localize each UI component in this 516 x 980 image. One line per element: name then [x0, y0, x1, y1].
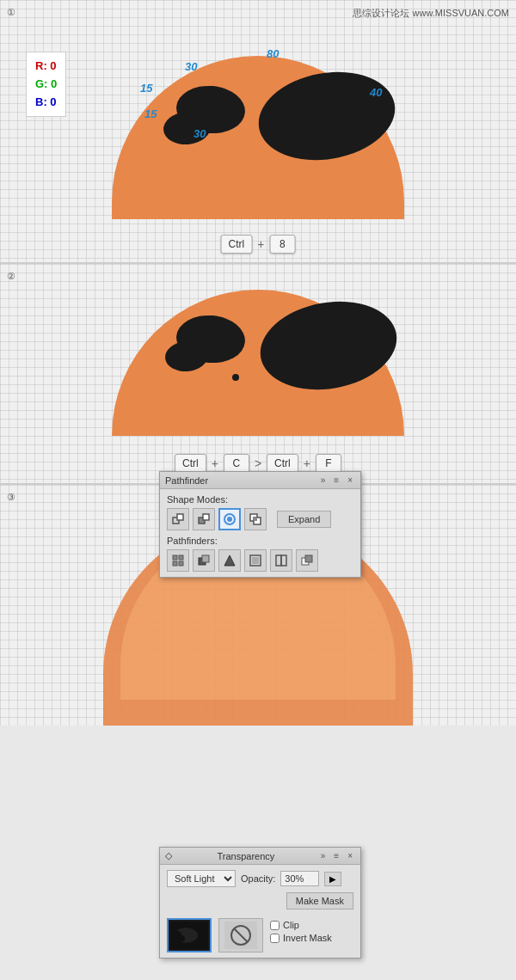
svg-rect-11 [173, 561, 177, 566]
make-mask-button[interactable]: Make Mask [286, 892, 353, 910]
pathfinder-content: Shape Modes: [160, 489, 360, 577]
pathfinders-row [167, 549, 353, 572]
svg-point-25 [173, 931, 181, 938]
pathfinder-title: Pathfinder [165, 475, 208, 486]
make-mask-row: Make Mask [167, 892, 353, 913]
shape-exclude-btn[interactable] [244, 508, 267, 530]
pathfinder-divide[interactable] [167, 549, 189, 572]
plus-sign-1: + [257, 237, 264, 251]
invert-mask-label: Invert Mask [283, 933, 332, 943]
expand-button[interactable]: Expand [277, 511, 331, 528]
shortcut-bar-2: Ctrl + C > Ctrl + F [175, 454, 341, 473]
transparency-panel: ◇ Transparency » ≡ × Soft Light Opacity:… [159, 847, 361, 959]
invert-mask-row: Invert Mask [270, 933, 332, 943]
color-info-box: R: 0 G: 0 B: 0 [26, 52, 66, 117]
arrow-sign: > [255, 456, 261, 470]
plus-sign-2: + [212, 456, 218, 470]
key-c: C [224, 454, 249, 473]
shape-subtract-btn[interactable] [193, 508, 215, 530]
panda-illustration-2 [103, 273, 413, 436]
transparency-title: Transparency [217, 851, 274, 861]
pathfinder-titlebar: Pathfinder » ≡ × [160, 472, 360, 489]
clip-row: Clip [270, 920, 332, 930]
svg-rect-17 [252, 557, 259, 564]
shape-modes-row: Expand [167, 508, 353, 530]
transparency-double-arrow[interactable]: » [318, 850, 329, 861]
pathfinder-merge[interactable] [218, 549, 241, 572]
canvas-area-1: ① R: 0 G: 0 B: 0 80 30 15 40 15 30 Ctrl [0, 0, 516, 262]
opacity-input[interactable] [280, 871, 319, 886]
measure-30: 30 [185, 60, 197, 73]
svg-point-5 [227, 517, 232, 522]
dot-small [232, 374, 239, 381]
measure-80: 80 [267, 47, 279, 60]
shape-add-btn[interactable] [167, 508, 189, 530]
mask-thumbnail[interactable] [218, 918, 263, 952]
section-number-2: ② [7, 271, 15, 282]
panda-illustration-1 [103, 39, 413, 219]
shape-intersect-btn[interactable] [218, 508, 241, 530]
key-ctrl-2: Ctrl [175, 454, 206, 473]
blend-mode-select[interactable]: Soft Light [167, 870, 236, 887]
svg-rect-21 [305, 555, 312, 562]
transparency-content: Soft Light Opacity: ▶ Make Mask [160, 865, 360, 958]
svg-rect-9 [173, 555, 177, 560]
svg-rect-18 [276, 555, 281, 566]
transparency-controls: » ≡ × [318, 850, 355, 861]
pathfinders-label: Pathfinders: [167, 536, 353, 546]
svg-rect-10 [179, 555, 183, 560]
shortcut-bar-1: Ctrl + 8 [221, 235, 296, 254]
transparency-menu[interactable]: ≡ [331, 850, 341, 861]
key-8: 8 [269, 235, 295, 254]
pathfinder-trim[interactable] [193, 549, 215, 572]
measure-15a: 15 [140, 82, 152, 95]
transparency-titlebar: ◇ Transparency » ≡ × [160, 848, 360, 865]
pathfinder-panel: Pathfinder » ≡ × Shape Modes: [159, 471, 361, 578]
key-ctrl-3: Ctrl [267, 454, 298, 473]
clip-checkbox[interactable] [270, 921, 280, 930]
clip-label: Clip [283, 920, 299, 930]
watermark: 思综设计论坛 www.MISSVUAN.COM [353, 7, 509, 20]
blend-opacity-row: Soft Light Opacity: ▶ [167, 870, 353, 887]
svg-rect-3 [203, 514, 209, 520]
measure-30b: 30 [194, 127, 206, 140]
r-value: R: 0 [35, 59, 57, 72]
transparency-title-icon: ◇ [165, 850, 172, 861]
opacity-label: Opacity: [241, 873, 275, 884]
svg-rect-8 [254, 518, 257, 521]
g-value: G: 0 [35, 77, 57, 90]
pathfinder-double-arrow[interactable]: » [318, 475, 329, 486]
checkbox-group: Clip Invert Mask [270, 918, 332, 943]
invert-mask-checkbox[interactable] [270, 934, 280, 943]
measure-15b: 15 [144, 107, 157, 120]
canvas-area-2: ② Ctrl + C > Ctrl + F [0, 264, 516, 483]
measure-40: 40 [370, 86, 382, 99]
pathfinder-crop[interactable] [244, 549, 267, 572]
pathfinder-minus-back[interactable] [296, 549, 318, 572]
shape-modes-label: Shape Modes: [167, 494, 353, 505]
svg-rect-12 [179, 561, 183, 566]
section-number-1: ① [7, 7, 15, 18]
section-2: ② Ctrl + C > Ctrl + F [0, 264, 516, 483]
pathfinder-controls: » ≡ × [318, 475, 355, 486]
plus-sign-3: + [304, 456, 310, 470]
svg-rect-14 [202, 555, 209, 562]
opacity-arrow-btn[interactable]: ▶ [324, 872, 341, 886]
thumbnail-row: Clip Invert Mask [167, 918, 353, 952]
key-ctrl-1: Ctrl [221, 235, 253, 254]
section-1: ① R: 0 G: 0 B: 0 80 30 15 40 15 30 Ctrl [0, 0, 516, 262]
section-number-3: ③ [7, 492, 15, 503]
svg-rect-19 [281, 555, 286, 566]
pathfinder-menu[interactable]: ≡ [331, 475, 341, 486]
pathfinder-outline[interactable] [270, 549, 292, 572]
layer-thumbnail[interactable] [167, 918, 212, 952]
transparency-close[interactable]: × [345, 850, 355, 861]
svg-marker-15 [224, 555, 235, 566]
key-f: F [316, 454, 341, 473]
b-value: B: 0 [35, 95, 57, 108]
pathfinder-close[interactable]: × [345, 475, 355, 486]
svg-rect-1 [177, 514, 183, 520]
